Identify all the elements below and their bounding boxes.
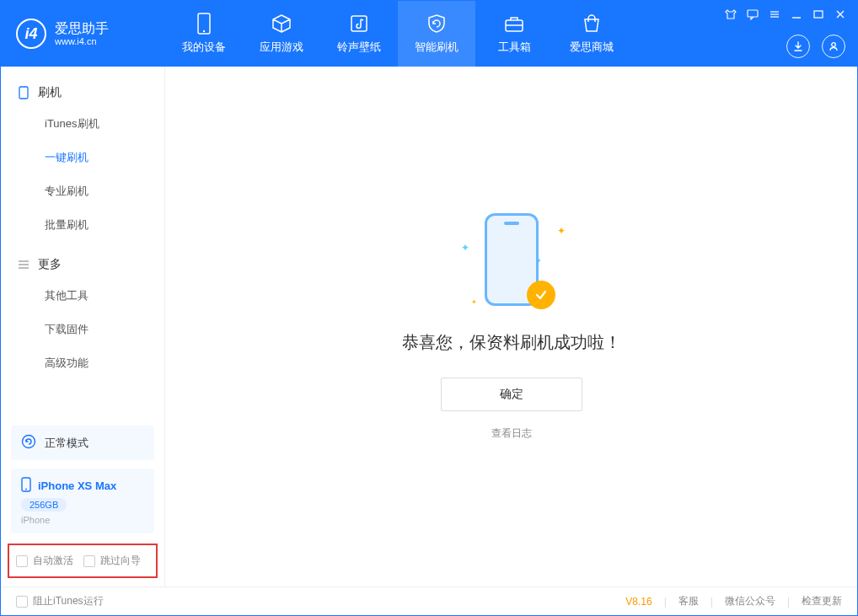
download-button[interactable] bbox=[786, 35, 810, 58]
sparkle-icon: ✦ bbox=[461, 242, 469, 254]
tab-label: 爱思商城 bbox=[570, 40, 614, 55]
checkbox-label: 跳过向导 bbox=[100, 554, 141, 568]
nav-tabs: 我的设备 应用游戏 铃声壁纸 智能刷机 工具箱 爱思商城 bbox=[165, 1, 630, 67]
checkbox-icon bbox=[16, 555, 28, 567]
footer-link-wechat[interactable]: 微信公众号 bbox=[725, 594, 775, 608]
success-illustration: ✦ ✦ ✦ ✦ bbox=[453, 213, 571, 314]
group-title: 刷机 bbox=[38, 85, 62, 100]
footer: 阻止iTunes运行 V8.16 | 客服 | 微信公众号 | 检查更新 bbox=[1, 587, 857, 615]
feedback-icon[interactable] bbox=[746, 8, 759, 21]
footer-link-update[interactable]: 检查更新 bbox=[802, 594, 842, 608]
checkbox-skip-guide[interactable]: 跳过向导 bbox=[83, 554, 141, 568]
success-message: 恭喜您，保资料刷机成功啦！ bbox=[402, 331, 621, 354]
device-storage: 256GB bbox=[21, 498, 67, 512]
header-actions bbox=[786, 35, 845, 58]
svg-point-1 bbox=[203, 30, 205, 32]
menu-icon[interactable] bbox=[768, 8, 781, 21]
minimize-icon[interactable] bbox=[790, 8, 803, 21]
main-content: ✦ ✦ ✦ ✦ 恭喜您，保资料刷机成功啦！ 确定 查看日志 bbox=[165, 67, 857, 587]
sidebar: 刷机 iTunes刷机 一键刷机 专业刷机 批量刷机 更多 其他工具 下载固件 … bbox=[1, 67, 165, 587]
svg-point-13 bbox=[832, 43, 836, 47]
sparkle-icon: ✦ bbox=[471, 298, 477, 306]
svg-rect-14 bbox=[19, 87, 28, 99]
footer-right: V8.16 | 客服 | 微信公众号 | 检查更新 bbox=[625, 594, 842, 608]
sidebar-item-pro-flash[interactable]: 专业刷机 bbox=[1, 174, 164, 208]
tab-apps-games[interactable]: 应用游戏 bbox=[243, 1, 320, 67]
separator: | bbox=[787, 596, 790, 608]
sidebar-group-more: 更多 bbox=[1, 250, 164, 279]
ok-button[interactable]: 确定 bbox=[441, 378, 582, 411]
logo-icon: i4 bbox=[16, 19, 46, 49]
sidebar-item-advanced[interactable]: 高级功能 bbox=[1, 346, 164, 380]
checkmark-badge-icon bbox=[527, 281, 555, 309]
tab-label: 智能刷机 bbox=[415, 40, 458, 55]
tab-label: 工具箱 bbox=[498, 40, 531, 55]
close-icon[interactable] bbox=[834, 8, 847, 21]
body: 刷机 iTunes刷机 一键刷机 专业刷机 批量刷机 更多 其他工具 下载固件 … bbox=[1, 67, 857, 587]
sidebar-item-itunes-flash[interactable]: iTunes刷机 bbox=[1, 107, 164, 141]
phone-small-icon bbox=[18, 87, 29, 99]
sidebar-item-oneclick-flash[interactable]: 一键刷机 bbox=[1, 141, 164, 174]
sidebar-group-flash: 刷机 bbox=[1, 78, 164, 107]
svg-rect-5 bbox=[748, 10, 758, 17]
checkbox-label: 阻止iTunes运行 bbox=[33, 594, 104, 608]
tab-label: 我的设备 bbox=[182, 40, 226, 55]
sidebar-bottom-options: 自动激活 跳过向导 bbox=[8, 544, 158, 578]
cube-icon bbox=[271, 13, 292, 35]
version-label: V8.16 bbox=[625, 596, 652, 608]
tab-label: 应用游戏 bbox=[260, 40, 303, 55]
separator: | bbox=[664, 596, 667, 608]
checkbox-block-itunes[interactable]: 阻止iTunes运行 bbox=[16, 594, 104, 608]
device-icon bbox=[193, 13, 215, 35]
sidebar-scroll: 刷机 iTunes刷机 一键刷机 专业刷机 批量刷机 更多 其他工具 下载固件 … bbox=[1, 67, 164, 426]
device-name: iPhone XS Max bbox=[38, 479, 116, 492]
footer-link-support[interactable]: 客服 bbox=[678, 594, 699, 608]
app-window: i4 爱思助手 www.i4.cn 我的设备 应用游戏 铃声壁纸 智能刷机 bbox=[0, 0, 858, 616]
tab-toolbox[interactable]: 工具箱 bbox=[475, 1, 553, 67]
app-subtitle: www.i4.cn bbox=[55, 36, 109, 46]
phone-icon bbox=[21, 477, 31, 495]
tab-my-device[interactable]: 我的设备 bbox=[165, 1, 243, 67]
checkbox-icon bbox=[83, 555, 95, 567]
tab-store[interactable]: 爱思商城 bbox=[553, 1, 630, 67]
svg-point-20 bbox=[25, 489, 27, 490]
store-icon bbox=[581, 13, 603, 35]
device-type: iPhone bbox=[21, 515, 144, 525]
device-name-row: iPhone XS Max bbox=[21, 477, 144, 495]
app-title: 爱思助手 bbox=[55, 21, 109, 36]
tab-ringtone-wallpaper[interactable]: 铃声壁纸 bbox=[320, 1, 398, 67]
device-card[interactable]: iPhone XS Max 256GB iPhone bbox=[11, 469, 154, 533]
user-button[interactable] bbox=[822, 35, 845, 58]
sidebar-item-batch-flash[interactable]: 批量刷机 bbox=[1, 208, 164, 242]
toolbox-icon bbox=[503, 13, 525, 35]
tab-smart-flash[interactable]: 智能刷机 bbox=[398, 1, 475, 67]
logo-area: i4 爱思助手 www.i4.cn bbox=[1, 19, 165, 49]
checkbox-label: 自动激活 bbox=[33, 554, 73, 568]
mode-label: 正常模式 bbox=[45, 436, 88, 451]
svg-rect-2 bbox=[351, 16, 367, 31]
skin-icon[interactable] bbox=[724, 8, 737, 21]
mode-icon bbox=[21, 434, 36, 452]
header: i4 爱思助手 www.i4.cn 我的设备 应用游戏 铃声壁纸 智能刷机 bbox=[1, 1, 857, 67]
separator: | bbox=[711, 596, 713, 608]
tab-label: 铃声壁纸 bbox=[337, 40, 381, 55]
maximize-icon[interactable] bbox=[812, 8, 825, 21]
svg-rect-10 bbox=[814, 11, 823, 18]
music-note-icon bbox=[348, 13, 370, 35]
sidebar-item-download-firmware[interactable]: 下载固件 bbox=[1, 313, 164, 346]
refresh-shield-icon bbox=[426, 13, 448, 35]
window-controls bbox=[724, 8, 847, 21]
device-mode-card[interactable]: 正常模式 bbox=[11, 426, 154, 460]
svg-point-18 bbox=[23, 436, 35, 448]
view-log-link[interactable]: 查看日志 bbox=[491, 426, 532, 441]
sidebar-item-other-tools[interactable]: 其他工具 bbox=[1, 279, 164, 313]
logo-text: 爱思助手 www.i4.cn bbox=[55, 21, 109, 46]
checkbox-auto-activate[interactable]: 自动激活 bbox=[16, 554, 73, 568]
checkbox-icon bbox=[16, 596, 28, 608]
group-title: 更多 bbox=[38, 257, 62, 272]
list-icon bbox=[18, 259, 29, 271]
sparkle-icon: ✦ bbox=[557, 225, 566, 237]
